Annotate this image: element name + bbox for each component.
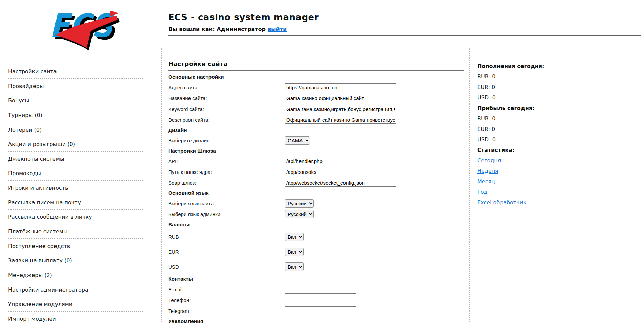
site-description-label: Description сайта: [168,117,285,123]
section-label: Основные настройки [168,74,224,80]
site-name-label: Название сайта: [168,95,285,101]
sidebar-item[interactable]: Поступление средств [8,239,145,253]
sidebar-item[interactable]: Рассылка сообщений в личку [8,210,145,224]
form-row-currency-eur: EURВкл [168,244,464,259]
form-section-main-language: Основной язык [168,188,464,198]
sidebar-item[interactable]: Лотереи (0) [8,122,145,137]
currency-rub-label: RUB [168,234,285,240]
sidebar-item[interactable]: Промокоды [8,166,145,181]
section-label: Валюты [168,222,190,228]
login-prefix: Вы вошли как: Администратор [168,26,266,32]
sidebar-item[interactable]: Джекпоты системы [8,152,145,166]
telegram-label: Telegram: [168,308,285,314]
sidebar-item[interactable]: Игроки и активность [8,181,145,195]
header-divider [168,35,641,36]
profit-value: RUB: 0 [477,115,606,122]
profit-today-header: Прибыль сегодня: [477,105,606,111]
section-label: Контакты [168,276,193,282]
site-keywords-input[interactable] [285,105,396,113]
currency-rub-select[interactable]: Вкл [285,233,304,241]
sidebar-item[interactable]: Бонусы [8,93,145,108]
deposit-value: EUR: 0 [477,84,606,90]
sidebar-item[interactable]: Турниры (0) [8,108,145,122]
form-row-site-address: Адрес сайта: [168,82,464,93]
form-section-design: Дизайн [168,125,464,135]
form-section-contacts: Контакты [168,274,464,284]
profit-today-values: RUB: 0EUR: 0USD: 0 [477,115,606,143]
sidebar-main-divider [161,48,162,323]
stats-link[interactable]: Месяц [477,178,495,185]
statistics-links: СегодняНеделяМесяцГодExcel обработчик [477,157,606,206]
site-language-select[interactable]: Русский [285,199,314,208]
sidebar-item[interactable]: Настройки администратора [8,282,145,297]
sidebar-item[interactable]: Провайдеры [8,79,145,93]
stats-panel: Пополнения сегодня: RUB: 0EUR: 0USD: 0 П… [477,63,606,210]
admin-language-label: Выбери язык админки [168,211,285,217]
stats-link[interactable]: Сегодня [477,157,501,164]
form-row-site-name: Название сайта: [168,93,464,103]
site-keywords-label: Keyword сайта: [168,106,285,112]
stats-link[interactable]: Год [477,189,488,195]
profit-value: USD: 0 [477,136,606,143]
section-label: Настройки Шлюза [168,148,216,154]
deposits-today-header: Пополнения сегодня: [477,63,606,69]
form-row-site-language: Выбери язык сайтаРусский [168,198,464,209]
soap-gateway-input[interactable] [285,179,396,187]
site-settings-form: Основные настройкиАдрес сайта:Название с… [168,72,464,323]
login-status: Вы вошли как: Администраторвыйти [168,26,287,32]
page-title: Настройки сайта [168,60,464,71]
currency-eur-select[interactable]: Вкл [285,248,304,256]
form-row-site-keywords: Keyword сайта: [168,103,464,114]
form-section-notifications: Уведомления [168,316,464,323]
form-row-admin-language: Выбери язык админкиРусский [168,209,464,220]
soap-gateway-label: Soap шлюз: [168,180,285,186]
api-input[interactable] [285,157,396,165]
form-section-gateway-settings: Настройки Шлюза [168,146,464,156]
phone-input[interactable] [285,296,356,304]
section-label: Дизайн [168,127,187,133]
site-address-label: Адрес сайта: [168,85,285,90]
sidebar-item[interactable]: Акции и розыгрыши (0) [8,137,145,152]
site-name-input[interactable] [285,94,396,102]
form-row-currency-rub: RUBВкл [168,229,464,244]
form-row-email: E-mail: [168,284,464,295]
app-title: ECS - casino system manager [168,12,319,22]
sidebar-item[interactable]: Заявки на выплату (0) [8,253,145,268]
core-folder-path-input[interactable] [285,168,396,176]
site-language-label: Выбери язык сайта [168,201,285,206]
sidebar-item[interactable]: Настройки сайта [8,68,145,79]
sidebar-item[interactable]: Платёжные системы [8,224,145,239]
stats-link[interactable]: Неделя [477,168,498,174]
site-description-input[interactable] [285,116,396,124]
admin-language-select[interactable]: Русский [285,210,314,218]
currency-eur-label: EUR [168,249,285,255]
api-label: API: [168,158,285,164]
stats-link[interactable]: Excel обработчик [477,199,527,206]
form-row-api: API: [168,156,464,166]
email-input[interactable] [285,285,356,294]
statistics-header: Статистика: [477,147,606,153]
main-stats-divider [469,48,470,323]
form-section-currencies: Валюты [168,220,464,229]
core-folder-path-label: Путь к папке ядра: [168,169,285,175]
sidebar-item[interactable]: Управление модулями [8,297,145,312]
telegram-input[interactable] [285,306,356,315]
sidebar-item[interactable]: Менеджеры (2) [8,268,145,282]
site-address-input[interactable] [285,83,396,91]
design-theme-label: Выберите дизайн: [168,138,285,143]
phone-label: Телефон: [168,297,285,303]
design-theme-select[interactable]: GAMA [285,136,310,145]
currency-usd-select[interactable]: Вкл [285,262,304,271]
email-label: E-mail: [168,286,285,292]
sidebar-menu: Настройки сайтаПровайдерыБонусыТурниры (… [8,68,145,323]
form-row-telegram: Telegram: [168,305,464,316]
form-row-soap-gateway: Soap шлюз: [168,177,464,188]
deposits-today-values: RUB: 0EUR: 0USD: 0 [477,73,606,101]
sidebar-item[interactable]: Импорт модулей [8,312,145,323]
logout-link[interactable]: выйти [268,26,287,32]
currency-usd-label: USD [168,264,285,270]
sidebar-item[interactable]: Рассылка писем на почту [8,195,145,210]
section-label: Уведомления [168,318,203,323]
form-section-basic-settings: Основные настройки [168,72,464,82]
deposit-value: USD: 0 [477,94,606,101]
